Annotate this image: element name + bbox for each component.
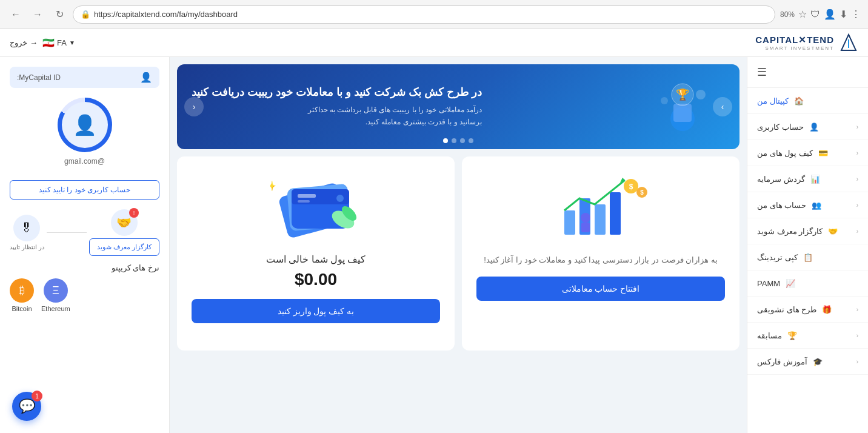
chat-badge: 1 <box>32 391 42 401</box>
svg-text:✨: ✨ <box>270 180 276 192</box>
crypto-section: نرخ های کریپتو Ξ Ethereum ₿ Bitcoin <box>10 263 159 312</box>
exit-button[interactable]: → خروج <box>10 38 38 47</box>
trading-card-desc: به هزاران فرصت در بازار دسترسی پیدا کنید… <box>484 253 718 267</box>
nav-item-content: 🏠 کپیتال من <box>757 95 804 106</box>
menu-icon[interactable]: ⋮ <box>851 8 861 20</box>
banner-dot-4[interactable] <box>443 138 448 143</box>
svg-rect-3 <box>673 104 692 122</box>
security-icon: 🔒 <box>81 10 90 19</box>
banner-next-button[interactable]: ‹ <box>184 97 204 116</box>
nav-item-content: 📊 گردش سرمایه <box>757 173 821 184</box>
chat-bubble[interactable]: 💬 1 <box>12 392 41 421</box>
user-email: @gmail.com <box>64 157 105 166</box>
banner-desc: درآمد معاملاتی خود را با ریبیت های قابل … <box>192 104 482 129</box>
sidebar-item-investment[interactable]: ‹ 📊 گردش سرمایه <box>747 166 868 192</box>
main-layout: ☰ 🏠 کپیتال من ‹ 👤 حساب کاربری ‹ 💳 کیف پو… <box>0 57 868 433</box>
svg-rect-18 <box>581 223 590 232</box>
toolbar-left: ▼ FA 🇮🇷 → خروج <box>10 37 75 49</box>
nav-item-content: 🎁 طرح های تشویقی <box>757 304 832 315</box>
lang-selector[interactable]: ▼ FA 🇮🇷 <box>42 37 75 49</box>
sidebar-item-user-account[interactable]: ‹ 👤 حساب کاربری <box>747 114 868 140</box>
copy-icon: 📋 <box>803 252 813 263</box>
exit-label: خروج <box>10 38 27 47</box>
sidebar-item-my-wallets[interactable]: ‹ 💳 کیف پول های من <box>747 140 868 166</box>
zoom-level: 80% <box>780 10 795 19</box>
banner-dot-1[interactable] <box>469 138 473 143</box>
banner-text: در طرح کش بک شرکت کنید و با معاملات خود … <box>192 86 482 129</box>
sidebar-item-my-capital[interactable]: 🏠 کپیتال من <box>747 88 868 114</box>
step-pending-label: در انتظار تایید <box>10 244 44 250</box>
hamburger-icon: ☰ <box>757 65 767 79</box>
avatar-section: 👤 @gmail.com <box>10 98 159 173</box>
verify-account-button[interactable]: حساب کاربری خود را تایید کنید <box>10 180 159 200</box>
nav-label: کیف پول های من <box>757 149 813 158</box>
wallet-illustration: ✨ <box>270 171 361 244</box>
user-id-icon: 👤 <box>140 72 152 83</box>
svg-point-28 <box>336 195 344 202</box>
crypto-section-title: نرخ های کریپتو <box>10 263 159 272</box>
hamburger-button[interactable]: ☰ <box>747 57 868 88</box>
svg-text:🏆: 🏆 <box>676 88 690 101</box>
accounts-icon: 👥 <box>811 200 822 210</box>
user-id-bar: 👤 MyCapital ID: <box>10 67 159 88</box>
url-text: https://capitalxtend.com/fa/my/dashboard <box>94 10 238 19</box>
trophy-icon: 🏆 <box>787 330 798 341</box>
crypto-row: Ξ Ethereum ₿ Bitcoin <box>10 278 159 312</box>
trading-card: $ $ به هزاران فرصت در بازار دسترسی پیدا … <box>462 156 739 351</box>
nav-item-content: 🏆 مسابقه <box>757 330 798 341</box>
forward-button[interactable]: → <box>29 6 46 23</box>
reload-button[interactable]: ↻ <box>51 6 68 23</box>
wallet-card-title: کیف پول شما خالی است <box>266 253 366 265</box>
deposit-wallet-button[interactable]: به کیف پول واریز کنید <box>192 299 440 323</box>
step-line <box>47 232 87 233</box>
banner-prev-button[interactable]: › <box>713 97 732 116</box>
bookmark-icon[interactable]: ☆ <box>798 8 807 20</box>
pamm-icon: 📈 <box>785 278 796 289</box>
browser-chrome: ← → ↻ 🔒 https://capitalxtend.com/fa/my/d… <box>0 0 868 29</box>
nav-label: کپی تریدینگ <box>757 253 798 262</box>
app-toolbar: CAPITAL✕TEND SMART INVESTMENT ▼ FA 🇮🇷 → … <box>0 29 868 57</box>
download-icon[interactable]: ⬇ <box>840 8 847 20</box>
sidebar-item-introduce-broker[interactable]: ‹ 🤝 کارگزار معرف شوید <box>747 218 868 244</box>
address-bar[interactable]: 🔒 https://capitalxtend.com/fa/my/dashboa… <box>73 5 775 24</box>
edu-icon: 🎓 <box>812 356 823 367</box>
lang-label: FA <box>57 38 67 47</box>
banner-dot-3[interactable] <box>452 138 456 143</box>
ethereum-icon: Ξ <box>44 278 68 303</box>
main-content: ‹ 🏆 در طرح کش بک شرکت کنید و با معاملات … <box>170 57 747 433</box>
sidebar-item-accounts[interactable]: ‹ 👥 حساب های من <box>747 192 868 218</box>
trading-illustration: $ $ <box>552 171 649 244</box>
chevron-icon: ‹ <box>856 202 858 209</box>
step-pending-circle: 🎖 <box>13 215 40 241</box>
back-button[interactable]: ← <box>7 6 24 23</box>
nav-label: گردش سرمایه <box>757 175 805 184</box>
sidebar-item-pamm[interactable]: 📈 PAMM <box>747 270 868 297</box>
crypto-item-bitcoin[interactable]: ₿ Bitcoin <box>10 278 34 312</box>
crypto-item-ethereum[interactable]: Ξ Ethereum <box>41 278 70 312</box>
sidebar-item-competition[interactable]: ‹ 🏆 مسابقه <box>747 323 868 349</box>
nav-item-content: 🤝 کارگزار معرف شوید <box>757 226 838 237</box>
open-trading-account-button[interactable]: افتتاح حساب معاملاتی <box>476 277 725 301</box>
nav-item-content: 👤 حساب کاربری <box>757 121 820 132</box>
right-sidebar: ☰ 🏠 کپیتال من ‹ 👤 حساب کاربری ‹ 💳 کیف پو… <box>747 57 868 433</box>
browser-actions: 80% ☆ 🛡 👤 ⬇ ⋮ <box>780 8 861 20</box>
banner-dot-2[interactable] <box>460 138 465 143</box>
avatar-icon: 👤 <box>73 113 97 136</box>
svg-point-7 <box>661 97 668 104</box>
nav-label: آموزش فارکس <box>757 357 807 366</box>
nav-label: مسابقه <box>757 331 782 340</box>
svg-point-17 <box>581 213 590 223</box>
svg-rect-24 <box>298 200 310 203</box>
profile-icon[interactable]: 👤 <box>824 8 836 20</box>
avatar-ring: 👤 <box>58 98 112 152</box>
shield-icon[interactable]: 🛡 <box>810 9 820 20</box>
nav-item-content: 👥 حساب های من <box>757 200 822 210</box>
sidebar-item-copy-trading[interactable]: 📋 کپی تریدینگ <box>747 244 868 270</box>
sidebar-item-forex-edu[interactable]: ‹ 🎓 آموزش فارکس <box>747 349 868 375</box>
broker-icon: 🤝 <box>827 226 838 237</box>
chevron-down-icon: ▼ <box>69 39 75 46</box>
banner-title: در طرح کش بک شرکت کنید و با معاملات خود … <box>192 86 482 99</box>
nav-label: حساب کاربری <box>757 123 804 132</box>
sidebar-item-promotions[interactable]: ‹ 🎁 طرح های تشویقی <box>747 297 868 323</box>
broker-refer-button[interactable]: کارگزار معرف شوید <box>89 238 159 256</box>
